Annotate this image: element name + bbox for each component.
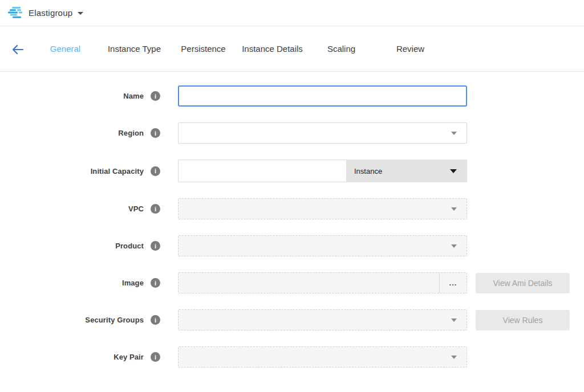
name-input[interactable]	[178, 85, 467, 107]
tab-persistence[interactable]: Persistence	[169, 40, 238, 57]
security-groups-label: Security Groups	[0, 316, 144, 324]
chevron-down-icon	[451, 244, 457, 248]
app-header: Elastigroup	[0, 0, 584, 26]
form-row-key-pair: Key Pair i	[0, 346, 584, 368]
form-row-name: Name i	[0, 85, 584, 107]
info-icon[interactable]: i	[151, 352, 160, 362]
view-ami-details-button[interactable]: View Ami Details	[476, 273, 570, 293]
view-rules-button[interactable]: View Rules	[476, 310, 570, 330]
chevron-down-icon	[451, 132, 457, 135]
info-icon[interactable]: i	[151, 315, 160, 325]
info-icon[interactable]: i	[151, 128, 160, 138]
image-input: ...	[178, 272, 467, 293]
initial-capacity-label: Initial Capacity	[0, 167, 144, 175]
general-form: Name i Region i Initial Capacity i Insta…	[0, 72, 584, 368]
info-icon[interactable]: i	[151, 204, 160, 214]
key-pair-select	[178, 346, 467, 368]
info-icon[interactable]: i	[151, 166, 160, 176]
capacity-unit-select[interactable]: Instance	[346, 160, 467, 182]
tab-scaling[interactable]: Scaling	[307, 40, 376, 57]
vpc-select	[178, 198, 467, 219]
tab-instance-type[interactable]: Instance Type	[100, 40, 169, 57]
back-button[interactable]	[10, 42, 25, 57]
form-row-image: Image i ... View Ami Details	[0, 272, 584, 293]
form-row-product: Product i	[0, 235, 584, 256]
form-row-initial-capacity: Initial Capacity i Instance	[0, 160, 584, 182]
name-label: Name	[0, 92, 144, 100]
tab-review[interactable]: Review	[376, 40, 445, 57]
product-label: Product	[0, 242, 144, 250]
info-icon[interactable]: i	[151, 91, 160, 101]
key-pair-label: Key Pair	[0, 353, 144, 361]
security-groups-select	[178, 309, 467, 330]
elastigroup-logo-icon	[8, 7, 23, 19]
back-arrow-icon	[11, 44, 24, 55]
region-label: Region	[0, 129, 144, 137]
region-select[interactable]	[178, 122, 467, 144]
vpc-label: VPC	[0, 205, 144, 213]
image-browse-button[interactable]: ...	[440, 273, 467, 293]
tab-instance-details[interactable]: Instance Details	[238, 40, 307, 57]
capacity-unit-value: Instance	[354, 167, 382, 175]
wizard-tabs: General Instance Type Persistence Instan…	[31, 40, 445, 57]
chevron-down-icon	[450, 169, 457, 173]
chevron-down-icon	[451, 318, 457, 322]
form-row-region: Region i	[0, 122, 584, 144]
image-label: Image	[0, 279, 144, 287]
app-title[interactable]: Elastigroup	[29, 8, 72, 18]
initial-capacity-input[interactable]	[178, 160, 346, 182]
form-row-vpc: VPC i	[0, 198, 584, 219]
chevron-down-icon	[451, 207, 457, 211]
info-icon[interactable]: i	[151, 241, 160, 251]
app-switcher-caret-icon[interactable]	[78, 12, 83, 15]
form-row-security-groups: Security Groups i View Rules	[0, 309, 584, 330]
wizard-tabbar: General Instance Type Persistence Instan…	[0, 26, 584, 72]
info-icon[interactable]: i	[151, 278, 160, 288]
tab-general[interactable]: General	[31, 40, 100, 57]
product-select	[178, 235, 467, 256]
chevron-down-icon	[451, 356, 457, 359]
